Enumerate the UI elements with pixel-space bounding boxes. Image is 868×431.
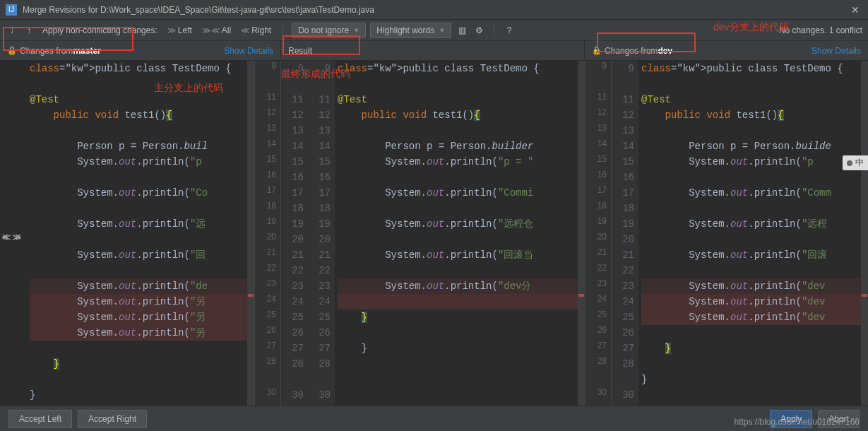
right-pane-header: 🔒 Changes from dev Show Details — [585, 41, 868, 60]
gutter-gap-left: 911121314151617181920212223242526272830 … — [254, 61, 281, 407]
result-pane-header: Result — [281, 41, 585, 60]
apply-left-button[interactable]: ≫Left — [167, 25, 192, 35]
left-pane[interactable]: class="kw">public class TestDemo {@Test … — [0, 61, 254, 407]
apply-reject-right-icon[interactable]: ≪ ✕ — [1, 232, 22, 242]
window-title: Merge Revisions for D:\Work_space\IDEA_S… — [23, 5, 848, 15]
result-code: class="kw">public class TestDemo {@Test … — [335, 61, 585, 407]
readonly-lock-icon: 🔒 — [592, 46, 602, 55]
settings-icon[interactable]: ⚙ — [472, 24, 485, 37]
gutter-gap-right: 911121314151617181920212223242526272830 … — [585, 61, 612, 407]
titlebar: IJ Merge Revisions for D:\Work_space\IDE… — [0, 0, 868, 20]
left-branch: master — [73, 46, 100, 56]
left-code: class="kw">public class TestDemo {@Test … — [27, 61, 254, 407]
highlight-dropdown[interactable]: Highlight words▼ — [370, 23, 451, 38]
separator — [283, 24, 283, 37]
prev-diff-icon[interactable]: ↓ — [6, 24, 18, 37]
right-pane[interactable]: 911121314151617181920212223242526272830 … — [612, 61, 868, 407]
result-gutter-left: 911121314151617181920212223242526272830 — [281, 61, 308, 407]
apply-nonconflict-label: Apply non-conflicting changes: — [42, 25, 157, 35]
result-pane[interactable]: 911121314151617181920212223242526272830 … — [281, 61, 585, 407]
result-gutter-right: 911121314151617181920212223242526272830 — [308, 61, 335, 407]
toolbar: ↓ ↑ Apply non-conflicting changes: ≫Left… — [0, 20, 868, 41]
left-pane-header: 🔒 Changes from master Show Details — [0, 41, 281, 60]
readonly-lock-icon: 🔒 — [7, 46, 17, 55]
right-code: class="kw">public class TestDemo {@Test … — [638, 61, 868, 407]
pane-headers: 🔒 Changes from master Show Details Resul… — [0, 41, 868, 61]
right-scroll-marker[interactable] — [861, 61, 868, 407]
apply-right-button[interactable]: ≪Right — [241, 25, 271, 35]
right-branch: dev — [658, 46, 672, 56]
show-details-right[interactable]: Show Details — [811, 46, 861, 56]
result-label: Result — [288, 46, 312, 56]
right-gutter: 911121314151617181920212223242526272830 — [612, 61, 638, 407]
help-icon[interactable]: ? — [503, 24, 516, 37]
next-diff-icon[interactable]: ↑ — [23, 24, 35, 37]
watermark: https://blog.csdn.net/u010247166 — [735, 417, 860, 427]
ignore-dropdown[interactable]: Do not ignore▼ — [292, 23, 366, 38]
accept-right-button[interactable]: Accept Right — [78, 410, 147, 428]
app-logo-icon: IJ — [6, 4, 17, 16]
separator — [494, 24, 494, 37]
left-scroll-marker[interactable] — [247, 61, 254, 407]
close-icon[interactable]: ✕ — [848, 4, 862, 16]
layout-icon[interactable]: ▥ — [456, 24, 468, 37]
status-text: No changes. 1 conflict — [779, 25, 862, 35]
accept-left-button[interactable]: Accept Left — [8, 410, 72, 428]
show-details-left[interactable]: Show Details — [224, 46, 273, 56]
ime-indicator[interactable]: 中 — [843, 155, 868, 170]
apply-all-button[interactable]: ≫≪All — [202, 25, 231, 35]
diff-panes: class="kw">public class TestDemo {@Test … — [0, 61, 868, 407]
result-scroll-marker[interactable] — [578, 61, 585, 407]
